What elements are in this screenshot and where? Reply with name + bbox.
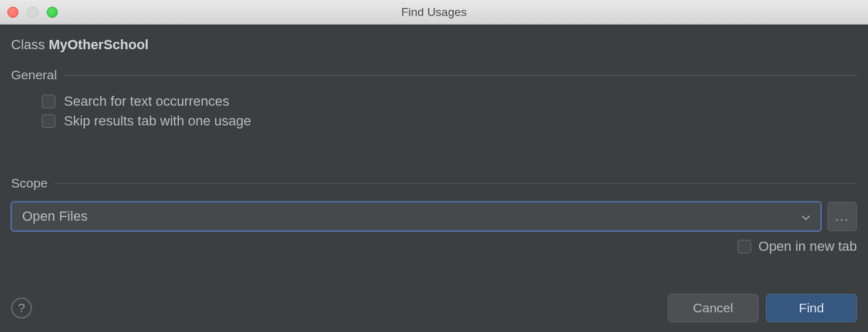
scope-dropdown[interactable]: Open Files	[11, 202, 821, 231]
help-icon: ?	[18, 301, 25, 315]
scope-selected-value: Open Files	[22, 208, 87, 224]
chevron-down-icon	[802, 208, 810, 224]
find-button[interactable]: Find	[766, 294, 857, 322]
separator-line	[63, 75, 857, 76]
open-new-tab-label: Open in new tab	[759, 239, 857, 255]
scope-browse-button[interactable]: ...	[827, 202, 857, 231]
titlebar: Find Usages	[0, 0, 868, 25]
general-label: General	[11, 68, 57, 82]
footer-buttons: Cancel Find	[668, 294, 857, 322]
skip-results-tab-checkbox[interactable]	[42, 114, 55, 128]
maximize-window-icon[interactable]	[47, 7, 58, 18]
separator-line	[54, 183, 857, 184]
close-window-icon[interactable]	[7, 7, 18, 18]
scope-section: Scope Open Files ... Open in new tab	[11, 176, 857, 267]
scope-section-header: Scope	[11, 176, 857, 191]
cancel-button-label: Cancel	[693, 301, 733, 315]
dialog-content: Class MyOtherSchool General Search for t…	[0, 25, 868, 332]
target-name: MyOtherSchool	[49, 37, 149, 52]
window-controls	[7, 7, 58, 18]
help-button[interactable]: ?	[11, 298, 32, 318]
target-prefix: Class	[11, 37, 45, 52]
target-description: Class MyOtherSchool	[11, 37, 857, 53]
search-text-occurrences-label: Search for text occurrences	[64, 93, 229, 109]
general-section: General Search for text occurrences Skip…	[11, 68, 857, 133]
cancel-button[interactable]: Cancel	[668, 294, 759, 322]
window-title: Find Usages	[401, 6, 467, 19]
skip-results-tab-row[interactable]: Skip results tab with one usage	[42, 113, 857, 129]
find-button-label: Find	[799, 301, 824, 315]
open-new-tab-checkbox[interactable]	[738, 240, 751, 253]
open-new-tab-row[interactable]: Open in new tab	[11, 239, 857, 255]
scope-label: Scope	[11, 176, 48, 191]
scope-row: Open Files ...	[11, 202, 857, 231]
dialog-footer: ? Cancel Find	[11, 294, 857, 322]
ellipsis-icon: ...	[835, 210, 850, 224]
search-text-occurrences-checkbox[interactable]	[42, 95, 55, 108]
general-section-header: General	[11, 68, 857, 82]
search-text-occurrences-row[interactable]: Search for text occurrences	[42, 93, 857, 109]
minimize-window-icon[interactable]	[27, 7, 38, 18]
skip-results-tab-label: Skip results tab with one usage	[64, 113, 251, 129]
